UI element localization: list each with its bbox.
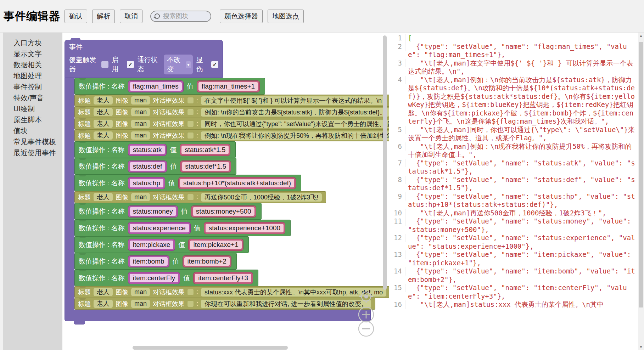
- sidebar-item-7[interactable]: 原生脚本: [13, 114, 62, 125]
- zoom-out-button[interactable]: [359, 321, 374, 336]
- code-scrollbar[interactable]: ▲ ▼: [638, 33, 644, 350]
- name-field[interactable]: item:bomb: [128, 255, 169, 267]
- name-field[interactable]: flag:man_times: [128, 80, 184, 92]
- dialog-effect-checkbox[interactable]: [187, 194, 194, 201]
- name-field[interactable]: item:centerFly: [128, 272, 180, 284]
- setvalue-block[interactable]: 数值操作 : 名称status:money值status:money+500: [74, 203, 262, 220]
- show-damage-checkbox[interactable]: ✓: [211, 61, 218, 68]
- dialog-block[interactable]: 标题老人图像man对话框效果:你现在可以重新和我进行对话, 进一步看到属性值的改…: [74, 298, 375, 310]
- dialog-image-field[interactable]: man: [131, 96, 150, 105]
- dialog-block[interactable]: 标题老人图像man对话框效果:在文字中使用${' ${ '}和 } 可以计算并显…: [74, 95, 389, 106]
- dialog-text-field[interactable]: 同时，你也可以通过{"type": "setValue"}来设置一个勇士的属性、…: [201, 119, 389, 129]
- name-field[interactable]: status:hp: [128, 177, 165, 189]
- code-text[interactable]: "\t[老人,man]在文字中使用${' ${ '}和 } 可以计算并显示一个表…: [405, 59, 637, 76]
- sidebar-item-5[interactable]: 特效/声音: [13, 92, 62, 103]
- sidebar-item-6[interactable]: UI绘制: [13, 103, 62, 114]
- map-point-button[interactable]: 地图选点: [268, 10, 304, 23]
- dialog-image-field[interactable]: man: [131, 288, 150, 297]
- canvas-vertical-scrollbar[interactable]: [383, 35, 387, 290]
- dialog-text-field[interactable]: 再送你500金币，1000经验，1破2炸3飞!: [201, 193, 322, 202]
- dialog-effect-checkbox[interactable]: [187, 300, 194, 307]
- value-field[interactable]: status:experience+1000: [204, 222, 285, 234]
- dialog-text-field[interactable]: 例如: \n现在我将让你的攻防提升50%，再将攻防和的十倍加到生命值上。: [201, 131, 389, 140]
- code-text[interactable]: "\t[老人,man]同时，你也可以通过{\"type\": \"setValu…: [405, 126, 637, 142]
- zoom-in-button[interactable]: [359, 307, 374, 322]
- dialog-block[interactable]: 标题老人图像man对话框效果:例如: \n现在我将让你的攻防提升50%，再将攻防…: [74, 130, 389, 141]
- dialog-effect-checkbox[interactable]: [187, 120, 194, 127]
- setvalue-block[interactable]: 数值操作 : 名称status:experience值status:experi…: [74, 220, 291, 236]
- setvalue-block[interactable]: 数值操作 : 名称item:pickaxe值item:pickaxe+1: [74, 236, 249, 253]
- parse-button[interactable]: 解析: [92, 10, 115, 23]
- block-canvas[interactable]: 事件 覆盖触发器启用✓通行状态不改变▾显伤✓ 数值操作 : 名称flag:man…: [62, 33, 389, 350]
- code-text[interactable]: "\t[老人,man]例如：\n你的当前攻击力是${status:atk}，防御…: [405, 76, 637, 126]
- dialog-block[interactable]: 标题老人图像man对话框效果:再送你500金币，1000经验，1破2炸3飞!: [74, 191, 326, 203]
- code-text[interactable]: {"type": "setValue", "name": "status:mon…: [405, 217, 637, 234]
- confirm-button[interactable]: 确认: [65, 10, 87, 23]
- dialog-block[interactable]: 标题老人图像man对话框效果:status:xxx 代表勇士的某个属性。\n其中…: [74, 286, 389, 298]
- dialog-title-field[interactable]: 老人: [93, 193, 113, 202]
- dialog-block[interactable]: 标题老人图像man对话框效果:例如: \n你的当前攻击力是${status:at…: [74, 106, 389, 118]
- code-text[interactable]: {"type": "setValue", "name": "status:exp…: [405, 234, 637, 250]
- setvalue-block[interactable]: 数值操作 : 名称status:atk值status:atk*1.5: [74, 141, 236, 158]
- dialog-image-field[interactable]: man: [131, 119, 150, 128]
- scroll-down-button[interactable]: ▼: [638, 344, 644, 350]
- dialog-title-field[interactable]: 老人: [93, 131, 113, 140]
- code-text[interactable]: {"type": "setValue", "name": "status:def…: [405, 176, 637, 192]
- value-field[interactable]: status:def*1.5: [180, 160, 231, 173]
- pass-state-dropdown[interactable]: 不改变▾: [164, 55, 192, 74]
- code-panel[interactable]: 1[2 {"type": "setValue", "name": "flag:m…: [389, 33, 644, 350]
- dialog-title-field[interactable]: 老人: [93, 96, 113, 105]
- dialog-effect-checkbox[interactable]: [187, 109, 194, 115]
- scroll-up-button[interactable]: ▲: [638, 33, 644, 39]
- sidebar-item-0[interactable]: 入口方块: [13, 38, 62, 49]
- setvalue-block[interactable]: 数值操作 : 名称item:bomb值item:bomb+2: [74, 253, 237, 270]
- dialog-title-field[interactable]: 老人: [93, 108, 113, 117]
- color-picker-button[interactable]: 颜色选择器: [220, 10, 263, 23]
- sidebar-item-2[interactable]: 数据相关: [13, 60, 62, 70]
- code-text[interactable]: {"type": "setValue", "name": "status:atk…: [405, 159, 637, 176]
- sidebar-item-1[interactable]: 显示文字: [13, 49, 62, 60]
- setvalue-block[interactable]: 数值操作 : 名称status:def值status:def*1.5: [74, 158, 236, 175]
- value-field[interactable]: item:centerFly+3: [193, 272, 253, 284]
- canvas-horizontal-scrollbar[interactable]: [133, 346, 288, 350]
- dialog-effect-checkbox[interactable]: [187, 132, 194, 139]
- value-field[interactable]: item:bomb+2: [183, 255, 231, 267]
- code-text[interactable]: {"type": "setValue", "name": "item:cente…: [405, 284, 637, 300]
- search-input[interactable]: [162, 12, 199, 20]
- sidebar-item-8[interactable]: 值块: [13, 125, 62, 136]
- code-text[interactable]: {"type": "setValue", "name": "flag:man_t…: [405, 43, 637, 59]
- search-box[interactable]: [150, 11, 211, 22]
- dialog-text-field[interactable]: 例如: \n你的当前攻击力是${status:atk}，防御力是${status…: [201, 108, 389, 117]
- cover-trigger-checkbox[interactable]: [101, 61, 108, 68]
- dialog-title-field[interactable]: 老人: [93, 119, 113, 128]
- dialog-title-field[interactable]: 老人: [93, 288, 113, 297]
- reset-view-button[interactable]: [359, 290, 373, 303]
- event-block-header[interactable]: 事件 覆盖触发器启用✓通行状态不改变▾显伤✓: [65, 40, 223, 78]
- sidebar-item-9[interactable]: 常见事件模板: [13, 136, 62, 147]
- code-text[interactable]: [: [405, 34, 637, 43]
- name-field[interactable]: status:atk: [128, 144, 167, 156]
- value-field[interactable]: item:pickaxe+1: [188, 239, 243, 251]
- dialog-effect-checkbox[interactable]: [187, 289, 194, 295]
- dialog-image-field[interactable]: man: [131, 299, 150, 308]
- sidebar-item-3[interactable]: 地图处理: [13, 70, 62, 81]
- cancel-button[interactable]: 取消: [120, 10, 142, 23]
- name-field[interactable]: item:pickaxe: [128, 239, 175, 251]
- sidebar-item-10[interactable]: 最近使用事件: [13, 147, 62, 158]
- dialog-block[interactable]: 标题老人图像man对话框效果:同时，你也可以通过{"type": "setVal…: [74, 118, 389, 130]
- name-field[interactable]: status:money: [128, 205, 178, 218]
- event-block[interactable]: 事件 覆盖触发器启用✓通行状态不改变▾显伤✓ 数值操作 : 名称flag:man…: [65, 40, 389, 324]
- enabled-checkbox[interactable]: ✓: [127, 61, 134, 68]
- dialog-image-field[interactable]: man: [131, 131, 150, 140]
- dialog-title-field[interactable]: 老人: [93, 299, 113, 308]
- code-text[interactable]: "\t[老人,man]status:xxx 代表勇士的某个属性。\n其中: [405, 300, 637, 309]
- code-editor[interactable]: 1[2 {"type": "setValue", "name": "flag:m…: [389, 34, 638, 350]
- code-text[interactable]: {"type": "setValue", "name": "status:hp"…: [405, 192, 637, 209]
- setvalue-block[interactable]: 数值操作 : 名称flag:man_times值flag:man_times+1: [74, 78, 265, 95]
- value-field[interactable]: status:money+500: [191, 205, 256, 218]
- name-field[interactable]: status:experience: [128, 222, 191, 234]
- code-text[interactable]: {"type": "setValue", "name": "item:bomb"…: [405, 267, 637, 284]
- name-field[interactable]: status:def: [128, 160, 167, 173]
- dialog-text-field[interactable]: 在文字中使用${' ${ '}和 } 可以计算并显示一个表达式的结果。\n: [201, 96, 386, 105]
- value-field[interactable]: flag:man_times+1: [197, 80, 260, 92]
